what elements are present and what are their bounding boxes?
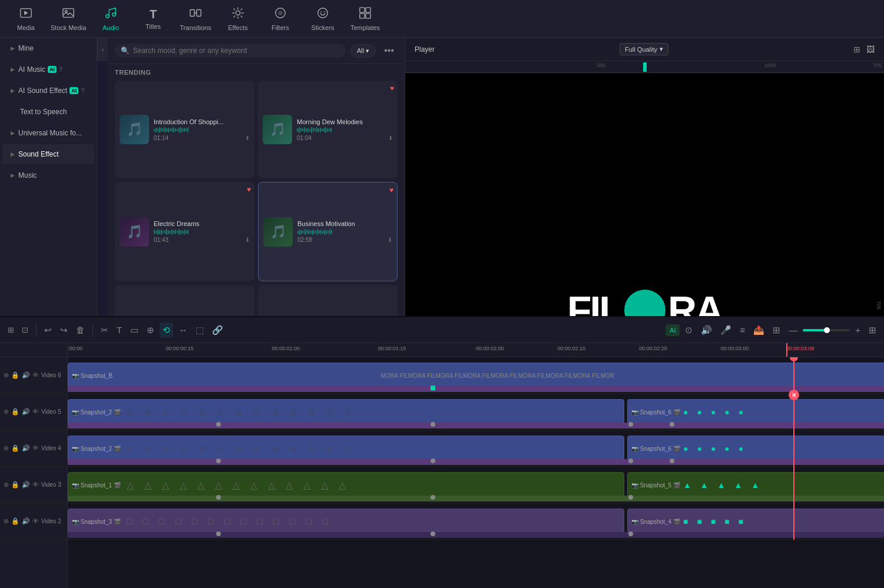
link-button[interactable]: 🔗 xyxy=(209,323,226,338)
filter-button[interactable]: All ▾ xyxy=(350,44,376,58)
ai-sound-help-icon[interactable]: ? xyxy=(81,87,84,94)
sidebar-item-mine[interactable]: ▶ Mine xyxy=(2,38,94,58)
rect-button[interactable]: ▭ xyxy=(127,323,141,338)
clip-v4-2-label: 📷 Snapshot_6 🎬 xyxy=(631,446,680,452)
favorite-icon-2[interactable]: ♥ xyxy=(390,84,394,92)
magnet-button[interactable]: ⊕ xyxy=(144,323,157,338)
list-view-btn[interactable]: ≡ xyxy=(737,323,748,337)
sidebar-item-universal[interactable]: ▶ Universal Music fo... xyxy=(2,123,94,143)
favorite-icon-4[interactable]: ♥ xyxy=(389,186,393,194)
audio-strip-v6 xyxy=(68,386,884,392)
stamp-button[interactable]: ⬚ xyxy=(193,323,207,338)
play-from-btn[interactable]: ⊙ xyxy=(682,323,696,338)
lock-icon-v2[interactable]: 🔒 xyxy=(11,517,19,525)
image-icon[interactable]: 🖼 xyxy=(866,45,875,54)
clip-video5-1[interactable]: 📷 Snapshot_2 🎬 ○○○○○○○○○○○○○ xyxy=(68,399,624,425)
toolbar-stock-media[interactable]: Stock Media xyxy=(48,2,88,35)
add-icon-v6[interactable]: ⊕ xyxy=(4,371,9,379)
templates-label: Templates xyxy=(350,24,380,31)
clip-v5-2-icons: ●●●●● xyxy=(680,407,882,417)
download-icon-1[interactable]: ⬇ xyxy=(245,135,250,141)
track-icons-video4: ⊕ 🔒 🔊 👁 xyxy=(4,444,39,452)
clip-video6-main[interactable]: 📷 Snapshot_B MORA FILMORA FILMORA FILMOR… xyxy=(68,363,884,388)
eye-icon-v5[interactable]: 👁 xyxy=(32,408,39,416)
waveform-2 xyxy=(297,125,393,135)
expand-btn[interactable]: ⊞ xyxy=(770,323,783,338)
add-icon-v4[interactable]: ⊕ xyxy=(4,444,9,452)
sound-arrow: ▶ xyxy=(11,151,15,157)
clip-video3-1[interactable]: 📷 Snapshot_1 🎬 △△△△△△△△△△△△△ xyxy=(68,472,624,498)
toolbar-effects[interactable]: Effects xyxy=(218,2,258,35)
toolbar-media[interactable]: Media xyxy=(6,2,46,35)
eye-icon-v4[interactable]: 👁 xyxy=(32,444,39,452)
ripple-button[interactable]: ↔ xyxy=(176,323,190,337)
toolbar-filters[interactable]: Filters xyxy=(260,2,300,35)
download-icon-2[interactable]: ⬇ xyxy=(388,135,393,141)
ai-music-help-icon[interactable]: ? xyxy=(59,66,62,73)
lock-icon-v4[interactable]: 🔒 xyxy=(11,444,19,452)
add-track-icon[interactable]: ⊞ xyxy=(5,324,17,336)
lock-icon-v6[interactable]: 🔒 xyxy=(11,371,19,379)
sidebar-item-universal-label: Universal Music fo... xyxy=(18,129,82,137)
toolbar-templates[interactable]: Templates xyxy=(345,2,385,35)
eye-icon-v2[interactable]: 👁 xyxy=(32,517,39,525)
download-icon-3[interactable]: ⬇ xyxy=(245,237,250,243)
vol-icon-v4[interactable]: 🔊 xyxy=(22,444,30,452)
export-btn[interactable]: 📤 xyxy=(750,323,767,338)
sidebar-item-ai-sound[interactable]: ▶ AI Sound Effect AI ? xyxy=(2,81,94,101)
zoom-handle[interactable] xyxy=(824,327,830,333)
cut-button[interactable]: ✂ xyxy=(98,323,111,338)
settings-btn[interactable]: ⊞ xyxy=(866,323,879,338)
zoom-in-btn[interactable]: + xyxy=(852,323,863,337)
sidebar-item-sound-effect[interactable]: ▶ Sound Effect xyxy=(2,144,94,164)
smart-bgm-button[interactable]: ⟲ xyxy=(160,323,173,338)
toolbar-transitions[interactable]: Transitions xyxy=(176,2,216,35)
eye-icon-v6[interactable]: 👁 xyxy=(32,371,39,379)
grid-icon[interactable]: ⊞ xyxy=(853,45,860,54)
toolbar-stickers[interactable]: Stickers xyxy=(303,2,343,35)
add-icon-v5[interactable]: ⊕ xyxy=(4,408,9,416)
favorite-icon-3[interactable]: ♥ xyxy=(247,185,251,194)
audio-btn[interactable]: 🔊 xyxy=(698,323,715,338)
clip-video2-1[interactable]: 📷 Snapshot_3 🎬 □□□□□□□□□□□□□ xyxy=(68,509,624,534)
sidebar-item-ai-music[interactable]: ▶ AI Music AI ? xyxy=(2,59,94,79)
ai-icon-btn[interactable]: AI xyxy=(666,324,680,336)
audio-card-2[interactable]: 🎵 ♥ Morning Dew Melodies 01:04 ⬇ xyxy=(258,81,398,178)
add-icon-v2[interactable]: ⊕ xyxy=(4,517,9,525)
zoom-out-btn[interactable]: — xyxy=(786,323,800,337)
redo-button[interactable]: ↪ xyxy=(57,323,71,338)
sidebar-item-music[interactable]: ▶ Music xyxy=(2,165,94,185)
download-icon-4[interactable]: ⬇ xyxy=(388,237,392,243)
clip-video4-2[interactable]: 📷 Snapshot_6 🎬 ●●●●● xyxy=(627,436,884,461)
eye-icon-v3[interactable]: 👁 xyxy=(32,481,39,489)
clip-video4-1[interactable]: 📷 Snapshot_2 🎬 ○○○○○○○○○○○○○ xyxy=(68,436,624,461)
vol-icon-v6[interactable]: 🔊 xyxy=(22,371,30,379)
toolbar-audio[interactable]: Audio xyxy=(91,2,131,35)
vol-icon-v3[interactable]: 🔊 xyxy=(22,481,30,489)
sidebar-item-tts[interactable]: Text to Speech xyxy=(2,102,94,122)
lock-icon-v3[interactable]: 🔒 xyxy=(11,481,19,489)
audio-card-1[interactable]: 🎵 Introduction Of Shoppi... 01:14 ⬇ xyxy=(115,81,254,178)
lock-icon-v5[interactable]: 🔒 xyxy=(11,408,19,416)
sidebar-collapse-button[interactable]: ‹ xyxy=(97,38,108,61)
clip-video5-2[interactable]: 📷 Snapshot_6 🎬 ●●●●● xyxy=(627,399,884,425)
add-icon-v3[interactable]: ⊕ xyxy=(4,481,9,489)
more-options-button[interactable]: ••• xyxy=(380,44,398,57)
undo-button[interactable]: ↩ xyxy=(41,323,55,338)
zoom-slider[interactable] xyxy=(803,329,850,331)
vol-icon-v5[interactable]: 🔊 xyxy=(22,408,30,416)
toolbar-titles[interactable]: T Titles xyxy=(133,2,173,35)
universal-arrow: ▶ xyxy=(11,130,15,136)
clip-video3-2[interactable]: 📷 Snapshot_5 🎬 ▲▲▲▲▲ xyxy=(627,472,884,498)
ai-sound-arrow: ▶ xyxy=(11,88,15,94)
text-button[interactable]: T xyxy=(114,323,125,337)
audio-card-4[interactable]: 🎵 ♥ Business Motivation 02:58 ⬇ xyxy=(258,182,398,281)
audio-card-3[interactable]: 🎵 ♥ Electric Dreams 01:43 ⬇ xyxy=(115,182,254,281)
clip-video2-2[interactable]: 📷 Snapshot_4 🎬 ■■■■■ xyxy=(627,509,884,534)
search-input[interactable] xyxy=(133,46,340,55)
vol-icon-v2[interactable]: 🔊 xyxy=(22,517,30,525)
track-icon-2[interactable]: ⊡ xyxy=(19,324,31,336)
mic-btn[interactable]: 🎤 xyxy=(717,323,734,338)
quality-select[interactable]: Full Quality ▾ xyxy=(620,43,668,55)
delete-button[interactable]: 🗑 xyxy=(73,323,88,337)
